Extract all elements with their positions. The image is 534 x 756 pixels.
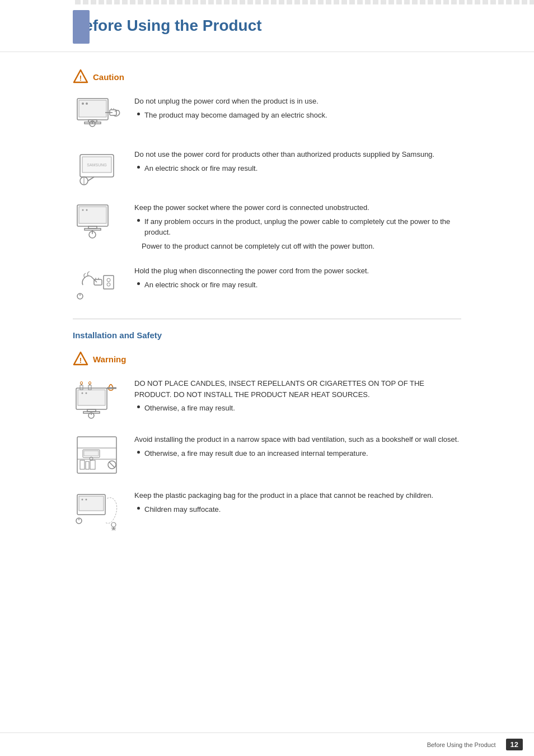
warning-triangle-icon: !: [73, 351, 88, 367]
caution-image-3: [73, 202, 123, 244]
bullet-dot: [137, 219, 140, 222]
main-content: ! Caution: [0, 69, 534, 532]
svg-point-67: [81, 499, 83, 501]
caution-item-1-bullet-0: The product may become damaged by an ele…: [137, 110, 461, 121]
caution-item-1-bullet-text-0: The product may become damaged by an ele…: [144, 110, 327, 121]
warning-item-1: DO NOT PLACE CANDLES, INSECT REPELLANTS …: [73, 378, 461, 420]
caution-item-3-sub-bullet: Power to the product cannot be completel…: [142, 241, 461, 252]
svg-rect-66: [79, 496, 104, 511]
warning-item-3-main: Keep the plastic packaging bag for the p…: [134, 490, 461, 501]
bullet-dot: [137, 507, 140, 510]
svg-point-7: [86, 102, 88, 105]
page-number: 12: [506, 739, 523, 750]
monitor-unplug-icon: [74, 96, 122, 135]
svg-point-23: [86, 209, 87, 211]
footer-label: Before Using the Product: [427, 741, 496, 748]
caution-item-2-bullet-text-0: An electric shock or fire may result.: [144, 163, 257, 174]
svg-point-22: [82, 209, 83, 211]
caution-item-4-main: Hold the plug when disconnecting the pow…: [134, 265, 461, 277]
caution-section-heading: ! Caution: [73, 69, 461, 85]
section-divider: [73, 319, 461, 319]
bullet-dot: [137, 405, 140, 408]
warning-image-3: [73, 490, 123, 532]
caution-item-2-bullet-0: An electric shock or fire may result.: [137, 163, 461, 174]
svg-point-71: [111, 522, 116, 527]
caution-item-3: Keep the power socket where the power co…: [73, 202, 461, 251]
power-socket-icon: [74, 202, 122, 244]
page-container: Before Using the Product ! Caution: [0, 0, 534, 756]
footer-area: Before Using the Product 12: [427, 739, 523, 750]
warning-item-2: Avoid installing the product in a narrow…: [73, 434, 461, 476]
svg-rect-21: [79, 207, 106, 223]
svg-rect-49: [88, 385, 91, 390]
svg-point-33: [107, 283, 110, 286]
warning-item-1-bullet-0: Otherwise, a fire may result.: [137, 403, 461, 414]
svg-rect-31: [104, 276, 114, 289]
warning-item-2-content: Avoid installing the product in a narrow…: [134, 434, 461, 459]
page-title: Before Using the Product: [73, 11, 461, 35]
warning-item-2-bullet-0: Otherwise, a fire may result due to an i…: [137, 448, 461, 459]
candles-on-monitor-icon: [74, 378, 122, 420]
caution-item-4-content: Hold the plug when disconnecting the pow…: [134, 265, 461, 290]
svg-rect-46: [80, 385, 83, 390]
svg-text:!: !: [79, 74, 82, 82]
bullet-dot: [137, 166, 140, 169]
svg-rect-39: [78, 390, 105, 405]
svg-line-64: [109, 462, 115, 468]
warning-section-heading: ! Warning: [73, 351, 461, 367]
page-footer: Before Using the Product 12: [0, 732, 534, 756]
warning-item-1-content: DO NOT PLACE CANDLES, INSECT REPELLANTS …: [134, 378, 461, 414]
svg-point-68: [85, 499, 87, 501]
svg-line-19: [88, 177, 94, 181]
plug-disconnect-icon: [74, 265, 122, 305]
svg-text:!: !: [79, 356, 82, 365]
warning-image-2: [73, 434, 123, 476]
warning-item-3: Keep the plastic packaging bag for the p…: [73, 490, 461, 532]
caution-item-3-bullet-0: If any problem occurs in the product, un…: [137, 216, 461, 238]
caution-image-2: SAMSUNG: [73, 149, 123, 188]
svg-point-43: [85, 393, 87, 394]
caution-item-1-content: Do not unplug the power cord when the pr…: [134, 96, 461, 120]
bookshelf-install-icon: [74, 434, 122, 476]
svg-rect-58: [84, 451, 99, 456]
warning-label: Warning: [93, 354, 126, 364]
warning-item-2-bullet-text-0: Otherwise, a fire may result due to an i…: [144, 448, 368, 459]
caution-item-4-bullet-text-0: An electric shock or fire may result.: [144, 279, 257, 291]
svg-rect-25: [85, 228, 101, 230]
caution-image-4: [73, 265, 123, 305]
bullet-dot: [137, 282, 140, 285]
warning-item-3-content: Keep the plastic packaging bag for the p…: [134, 490, 461, 515]
warning-item-2-main: Avoid installing the product in a narrow…: [134, 434, 461, 445]
warning-item-1-main: DO NOT PLACE CANDLES, INSECT REPELLANTS …: [134, 378, 461, 400]
svg-rect-60: [80, 460, 85, 469]
top-decorative-bar: [75, 0, 534, 4]
caution-item-3-bullet-text-0: If any problem occurs in the product, un…: [144, 216, 461, 238]
caution-image-1: [73, 96, 123, 135]
samsung-product-icon: SAMSUNG: [74, 149, 122, 188]
caution-item-3-main: Keep the power socket where the power co…: [134, 202, 461, 213]
caution-item-2: SAMSUNG Do not use the power cord for pr…: [73, 149, 461, 188]
svg-rect-62: [90, 460, 95, 469]
warning-item-3-bullet-0: Children may suffocate.: [137, 504, 461, 515]
svg-point-42: [81, 393, 83, 394]
svg-text:SAMSUNG: SAMSUNG: [87, 163, 106, 167]
caution-item-4-bullet-0: An electric shock or fire may result.: [137, 279, 461, 291]
caution-item-1-main: Do not unplug the power cord when the pr…: [134, 96, 461, 107]
caution-triangle-icon: !: [73, 69, 88, 85]
installation-section-heading: Installation and Safety: [73, 330, 461, 340]
caution-item-4: Hold the plug when disconnecting the pow…: [73, 265, 461, 305]
svg-point-32: [107, 278, 110, 282]
warning-image-1: [73, 378, 123, 420]
caution-item-2-content: Do not use the power cord for products o…: [134, 149, 461, 174]
caution-item-1: Do not unplug the power cord when the pr…: [73, 96, 461, 135]
caution-item-2-main: Do not use the power cord for products o…: [134, 149, 461, 160]
svg-point-6: [82, 102, 84, 105]
warning-item-1-bullet-text-0: Otherwise, a fire may result.: [144, 403, 235, 414]
bullet-dot: [137, 113, 140, 115]
warning-item-3-bullet-text-0: Children may suffocate.: [144, 504, 221, 515]
caution-label: Caution: [93, 72, 124, 82]
caution-item-3-content: Keep the power socket where the power co…: [134, 202, 461, 251]
packaging-bag-icon: [74, 490, 122, 532]
svg-rect-61: [86, 461, 89, 469]
bullet-dot: [137, 451, 140, 454]
